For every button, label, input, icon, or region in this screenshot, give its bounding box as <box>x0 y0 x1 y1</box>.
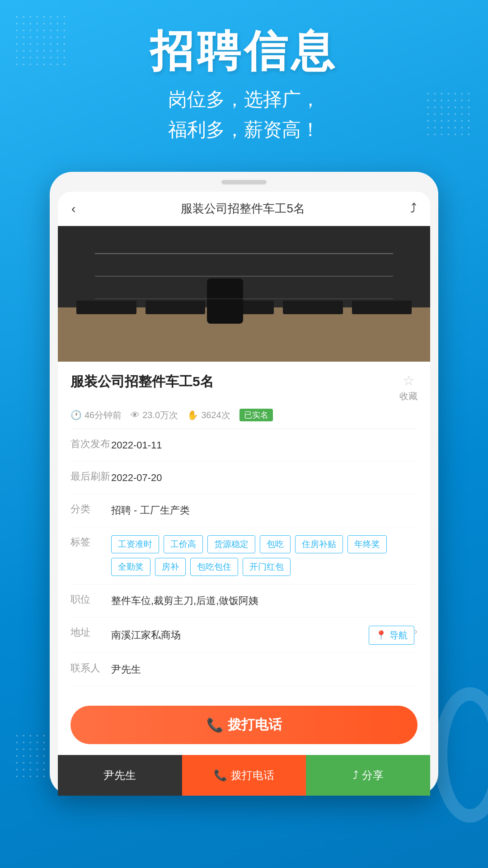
job-image <box>58 226 430 362</box>
first-publish-row: 首次发布 2022-01-11 <box>70 429 418 462</box>
last-refresh-label: 最后刷新 <box>70 470 111 483</box>
tag-item: 住房补贴 <box>295 535 343 553</box>
share-tab-icon: ⤴ <box>353 769 358 782</box>
applications: ✋ 3624次 <box>187 409 230 421</box>
share-tab-label: 分享 <box>362 768 384 783</box>
positions-row: 职位 整件车位,裁剪主刀,后道,做饭阿姨 <box>70 585 418 617</box>
positions-label: 职位 <box>70 593 111 606</box>
page-subtitle: 岗位多，选择广， 福利多，薪资高！ <box>0 84 488 145</box>
map-icon: 📍 <box>375 628 387 642</box>
tag-item: 包吃包住 <box>190 558 238 576</box>
app-content: ‹ 服装公司招整件车工5名 ⤴ 服装公司招整件车工5名 <box>58 192 430 796</box>
address-text: 南溪江家私商场 <box>111 627 181 643</box>
positions-value: 整件车位,裁剪主刀,后道,做饭阿姨 <box>111 593 418 609</box>
hand-icon: ✋ <box>187 410 198 420</box>
eye-icon: 👁 <box>131 410 140 420</box>
nav-bar: ‹ 服装公司招整件车工5名 ⤴ <box>58 192 430 226</box>
job-meta: 🕐 46分钟前 👁 23.0万次 ✋ 3624次 已实名 <box>70 409 418 421</box>
first-publish-label: 首次发布 <box>70 437 111 451</box>
tags-row: 标签 工资准时工价高货源稳定包吃住房补贴年终奖全勤奖房补包吃包住开门红包 <box>70 527 418 585</box>
navigate-button[interactable]: 📍 导航 <box>369 626 414 645</box>
first-publish-value: 2022-01-11 <box>111 437 418 453</box>
star-icon: ☆ <box>403 373 415 388</box>
category-row: 分类 招聘 - 工厂生产类 <box>70 494 418 527</box>
time-ago: 🕐 46分钟前 <box>70 409 122 421</box>
tag-item: 开门红包 <box>243 558 291 576</box>
tags-label: 标签 <box>70 535 111 549</box>
share-icon[interactable]: ⤴ <box>410 202 417 216</box>
tag-item: 货源稳定 <box>207 535 255 553</box>
tag-item: 工价高 <box>164 535 203 553</box>
user-label: 尹先生 <box>103 768 136 783</box>
call-label: 拨打电话 <box>228 716 282 734</box>
last-refresh-row: 最后刷新 2022-07-20 <box>70 462 418 494</box>
chevron-right-icon: › <box>414 626 418 637</box>
decorative-wave <box>434 687 488 823</box>
phone-notch <box>221 180 267 184</box>
tag-item: 包吃 <box>260 535 291 553</box>
views: 👁 23.0万次 <box>131 409 178 421</box>
decorative-dots-tl <box>14 14 68 68</box>
subtitle-line1: 岗位多，选择广， <box>168 89 320 110</box>
job-info-section: 服装公司招整件车工5名 ☆ 收藏 🕐 46分钟前 👁 23.0万次 ✋ 3624… <box>58 362 430 697</box>
address-value-row: 南溪江家私商场 📍 导航 <box>111 626 414 645</box>
phone-mockup: ‹ 服装公司招整件车工5名 ⤴ 服装公司招整件车工5名 <box>50 172 438 796</box>
bottom-bar: 尹先生 📞 拨打电话 ⤴ 分享 <box>58 755 430 796</box>
clock-icon: 🕐 <box>70 410 82 420</box>
contact-value: 尹先生 <box>111 661 418 677</box>
address-row: 地址 南溪江家私商场 📍 导航 › <box>70 618 418 653</box>
call-button[interactable]: 📞 拨打电话 <box>70 706 418 744</box>
job-title: 服装公司招整件车工5名 <box>70 373 399 391</box>
category-label: 分类 <box>70 502 111 516</box>
collect-label: 收藏 <box>399 390 418 402</box>
decorative-dots-tr <box>425 90 470 136</box>
category-value: 招聘 - 工厂生产类 <box>111 502 418 518</box>
back-button[interactable]: ‹ <box>71 202 75 216</box>
subtitle-line2: 福利多，薪资高！ <box>168 119 320 140</box>
tag-item: 年终奖 <box>347 535 387 553</box>
bottom-tab-call[interactable]: 📞 拨打电话 <box>182 755 306 796</box>
tag-item: 全勤奖 <box>111 558 150 576</box>
address-label: 地址 <box>70 626 111 639</box>
page-title: 招聘信息 <box>0 27 488 75</box>
nav-label: 导航 <box>389 628 408 642</box>
tags-container: 工资准时工价高货源稳定包吃住房补贴年终奖全勤奖房补包吃包住开门红包 <box>111 535 418 576</box>
last-refresh-value: 2022-07-20 <box>111 470 418 486</box>
tag-item: 工资准时 <box>111 535 159 553</box>
machine-row <box>76 301 412 314</box>
call-tab-label: 拨打电话 <box>231 768 274 783</box>
collect-button[interactable]: ☆ 收藏 <box>399 373 418 402</box>
contact-row: 联系人 尹先生 <box>70 653 418 686</box>
contact-label: 联系人 <box>70 661 111 675</box>
job-image-scene <box>58 226 430 362</box>
call-btn-area: 📞 拨打电话 <box>58 697 430 755</box>
nav-title: 服装公司招整件车工5名 <box>181 201 305 217</box>
bottom-tab-share[interactable]: ⤴ 分享 <box>306 755 430 796</box>
page-header: 招聘信息 岗位多，选择广， 福利多，薪资高！ <box>0 0 488 163</box>
verified-badge: 已实名 <box>239 409 273 421</box>
black-machine <box>207 278 243 324</box>
bottom-tab-user[interactable]: 尹先生 <box>58 755 182 796</box>
call-tab-icon: 📞 <box>214 769 227 782</box>
job-title-row: 服装公司招整件车工5名 ☆ 收藏 <box>70 373 418 402</box>
phone-icon: 📞 <box>206 717 223 733</box>
detail-table: 首次发布 2022-01-11 最后刷新 2022-07-20 分类 招聘 - … <box>70 429 418 686</box>
tag-item: 房补 <box>155 558 186 576</box>
